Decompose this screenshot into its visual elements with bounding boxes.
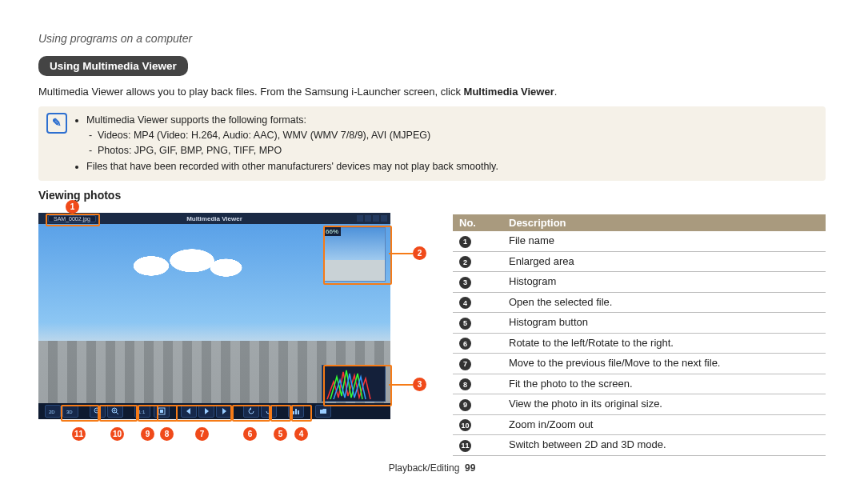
callout-number-8: 8 xyxy=(160,427,174,441)
row-number-badge: 5 xyxy=(459,318,471,330)
info-note-box: ✎ Multimedia Viewer supports the followi… xyxy=(38,106,826,182)
rotate-right-button[interactable] xyxy=(261,405,277,418)
callout-number-3: 3 xyxy=(413,378,426,391)
leader-3 xyxy=(389,384,413,386)
intro-text-bold: Multimedia Viewer xyxy=(464,86,554,98)
table-row: 9View the photo in its original size. xyxy=(453,394,826,415)
row-number-badge: 7 xyxy=(459,358,471,370)
row-number-badge: 1 xyxy=(459,236,471,248)
row-description: View the photo in its original size. xyxy=(502,394,826,414)
row-description: Histogram button xyxy=(502,313,826,333)
histogram-overlay[interactable] xyxy=(322,365,386,402)
callout-number-6: 6 xyxy=(243,427,257,441)
row-description: Rotate to the left/Rotate to the right. xyxy=(502,334,826,354)
window-controls[interactable] xyxy=(357,215,387,222)
zoom-out-button[interactable] xyxy=(90,405,106,418)
callout-number-9: 9 xyxy=(141,427,154,441)
svg-marker-13 xyxy=(205,408,209,414)
svg-rect-18 xyxy=(295,409,297,414)
next-file-button[interactable] xyxy=(216,405,232,418)
table-row: 6Rotate to the left/Rotate to the right. xyxy=(453,334,826,354)
table-row: 2Enlarged area xyxy=(453,252,826,273)
row-description: Switch between 2D and 3D mode. xyxy=(502,435,826,455)
viewer-window-title: Multimedia Viewer xyxy=(186,215,242,222)
footer-page-number: 99 xyxy=(465,462,475,474)
callout-number-10: 10 xyxy=(110,427,124,441)
viewer-screenshot: SAM_0002.jpg Multimedia Viewer 2D3D xyxy=(38,206,406,446)
svg-text:3D: 3D xyxy=(66,410,73,414)
sub-heading: Viewing photos xyxy=(38,189,826,202)
fit-screen-button[interactable] xyxy=(154,405,170,418)
row-number-badge: 6 xyxy=(459,338,471,350)
enlarged-area-thumb[interactable] xyxy=(323,227,386,282)
table-row: 8Fit the photo to the screen. xyxy=(453,374,826,395)
row-description: File name xyxy=(502,231,826,251)
callout-number-2: 2 xyxy=(413,246,426,260)
svg-marker-14 xyxy=(222,408,226,414)
viewer-titlebar: SAM_0002.jpg Multimedia Viewer xyxy=(38,213,390,224)
table-header-no: No. xyxy=(453,214,502,231)
description-table: No. Description 1File name2Enlarged area… xyxy=(453,214,826,456)
table-row: 1File name xyxy=(453,231,826,252)
intro-paragraph: Multimedia Viewer allows you to play bac… xyxy=(38,84,826,100)
note-line-1b: Photos: JPG, GIF, BMP, PNG, TIFF, MPO xyxy=(98,143,498,158)
footer-section-label: Playback/Editing xyxy=(389,462,460,474)
table-row: 11Switch between 2D and 3D mode. xyxy=(453,435,826,456)
svg-line-6 xyxy=(116,412,118,414)
viewer-toolbar: 2D3D 1:1 xyxy=(38,403,390,419)
callout-number-7: 7 xyxy=(195,427,209,441)
leader-2 xyxy=(389,253,413,254)
note-line-1a: Videos: MP4 (Video: H.264, Audio: AAC), … xyxy=(98,128,498,143)
mode-2d-button[interactable]: 2D xyxy=(45,405,61,418)
zoom-in-button[interactable] xyxy=(107,405,123,418)
breadcrumb: Using programs on a computer xyxy=(38,32,826,45)
row-number-badge: 4 xyxy=(459,297,471,309)
row-number-badge: 3 xyxy=(459,277,471,289)
callout-number-11: 11 xyxy=(72,427,86,441)
callout-number-1: 1 xyxy=(66,200,79,214)
row-number-badge: 10 xyxy=(459,419,471,431)
row-description: Histogram xyxy=(502,272,826,292)
svg-text:1:1: 1:1 xyxy=(138,410,146,414)
row-description: Zoom in/Zoom out xyxy=(502,415,826,435)
svg-marker-16 xyxy=(269,407,270,410)
row-number-badge: 2 xyxy=(459,256,471,268)
svg-rect-11 xyxy=(160,410,163,413)
intro-text-post: . xyxy=(554,86,558,98)
play-button[interactable] xyxy=(198,405,214,418)
table-row: 7Move to the previous file/Move to the n… xyxy=(453,354,826,374)
section-heading-pill: Using Multimedia Viewer xyxy=(38,56,188,76)
row-number-badge: 8 xyxy=(459,378,471,390)
callout-number-4: 4 xyxy=(294,427,308,441)
callout-number-5: 5 xyxy=(274,427,287,441)
row-description: Move to the previous file/Move to the ne… xyxy=(502,354,826,374)
prev-file-button[interactable] xyxy=(181,405,197,418)
histogram-button[interactable] xyxy=(288,405,304,418)
original-size-button[interactable]: 1:1 xyxy=(134,405,150,418)
table-header: No. Description xyxy=(453,214,826,231)
row-description: Enlarged area xyxy=(502,252,826,272)
photo-clouds xyxy=(110,245,246,280)
table-row: 4Open the selected file. xyxy=(453,293,826,314)
svg-line-3 xyxy=(98,412,101,414)
viewer-filename: SAM_0002.jpg xyxy=(48,215,96,222)
row-description: Fit the photo to the screen. xyxy=(502,374,826,394)
table-row: 10Zoom in/Zoom out xyxy=(453,415,826,436)
intro-text-pre: Multimedia Viewer allows you to play bac… xyxy=(38,86,464,98)
note-icon: ✎ xyxy=(46,113,67,134)
row-number-badge: 11 xyxy=(459,440,471,452)
viewer-window: SAM_0002.jpg Multimedia Viewer 2D3D xyxy=(38,213,390,419)
row-description: Open the selected file. xyxy=(502,293,826,313)
open-file-button[interactable] xyxy=(315,405,331,418)
rotate-left-button[interactable] xyxy=(243,405,259,418)
table-header-desc: Description xyxy=(502,214,826,231)
note-line-2: Files that have been recorded with other… xyxy=(86,159,498,174)
mode-3d-button[interactable]: 3D xyxy=(62,405,78,418)
svg-text:2D: 2D xyxy=(49,410,55,414)
svg-rect-19 xyxy=(298,410,299,414)
note-line-1: Multimedia Viewer supports the following… xyxy=(86,113,498,159)
viewer-photo-canvas[interactable] xyxy=(38,224,390,403)
table-row: 3Histogram xyxy=(453,272,826,293)
svg-marker-12 xyxy=(186,408,190,414)
table-row: 5Histogram button xyxy=(453,313,826,334)
